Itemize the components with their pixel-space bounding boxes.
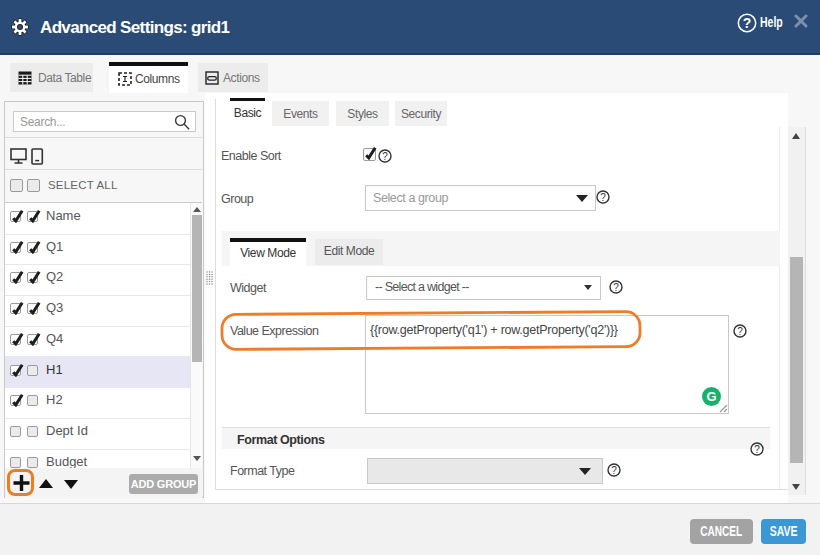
svg-text:?: ? (754, 444, 760, 455)
svg-text:?: ? (613, 282, 619, 293)
svg-text:?: ? (611, 465, 617, 476)
svg-text:?: ? (737, 326, 743, 337)
svg-text:?: ? (600, 192, 606, 203)
svg-text:?: ? (743, 15, 752, 31)
svg-text:?: ? (382, 151, 388, 162)
